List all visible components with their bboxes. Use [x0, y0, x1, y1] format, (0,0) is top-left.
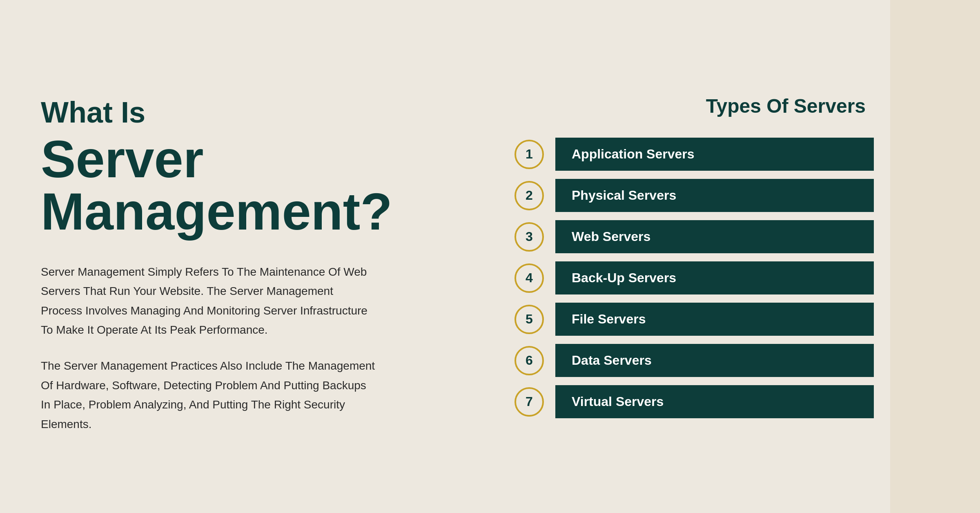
number-badge: 5 — [514, 305, 544, 334]
server-item: 2Physical Servers — [514, 179, 874, 212]
server-label: Back-Up Servers — [555, 261, 874, 294]
server-item: 6Data Servers — [514, 344, 874, 377]
server-label: Application Servers — [555, 138, 874, 171]
what-is-label: What Is — [41, 96, 457, 129]
server-item: 7Virtual Servers — [514, 385, 874, 418]
right-sidebar — [890, 0, 980, 513]
server-label: Virtual Servers — [555, 385, 874, 418]
description-1: Server Management Simply Refers To The M… — [41, 262, 376, 340]
server-list: 1Application Servers2Physical Servers3We… — [514, 138, 874, 418]
server-label: Physical Servers — [555, 179, 874, 212]
right-content: Types Of Servers 1Application Servers2Ph… — [490, 0, 890, 513]
section-title: Types Of Servers — [514, 95, 874, 117]
number-badge: 7 — [514, 387, 544, 417]
number-badge: 2 — [514, 181, 544, 210]
number-badge: 1 — [514, 140, 544, 169]
server-item: 3Web Servers — [514, 220, 874, 253]
right-panel: Types Of Servers 1Application Servers2Ph… — [490, 0, 980, 513]
server-item: 5File Servers — [514, 303, 874, 336]
left-panel: What Is Server Management? Server Manage… — [0, 0, 490, 513]
server-label: File Servers — [555, 303, 874, 336]
server-item: 4Back-Up Servers — [514, 261, 874, 294]
server-label: Data Servers — [555, 344, 874, 377]
number-badge: 3 — [514, 222, 544, 252]
main-title: Server Management? — [41, 133, 457, 238]
description-2: The Server Management Practices Also Inc… — [41, 356, 376, 434]
server-item: 1Application Servers — [514, 138, 874, 171]
server-label: Web Servers — [555, 220, 874, 253]
number-badge: 4 — [514, 263, 544, 293]
number-badge: 6 — [514, 346, 544, 375]
